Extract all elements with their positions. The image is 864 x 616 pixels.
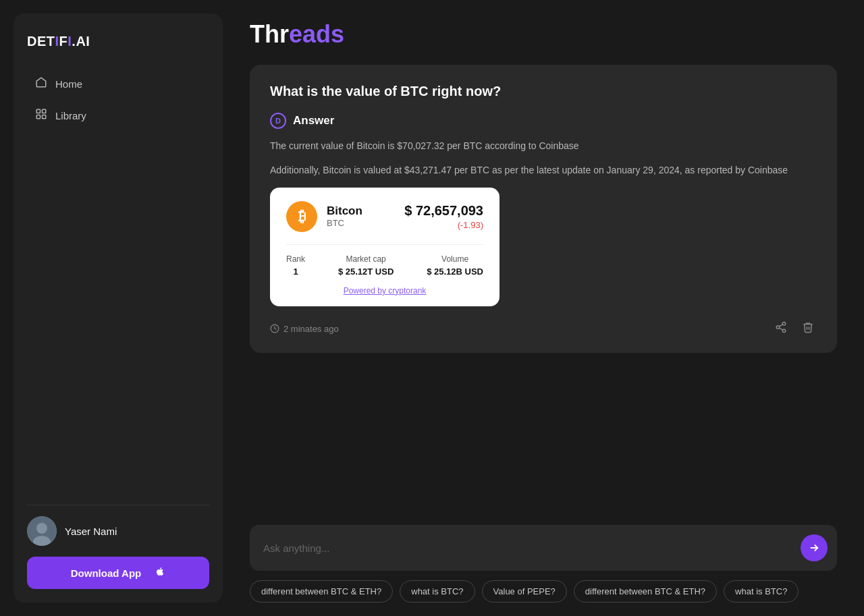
volume-value: $ 25.12B USD xyxy=(427,267,483,277)
answer-text-1: The current value of Bitcoin is $70,027.… xyxy=(270,138,817,153)
clock-icon xyxy=(270,324,279,333)
svg-point-8 xyxy=(782,322,786,325)
main-content: Threads What is the value of BTC right n… xyxy=(223,0,864,616)
input-bar xyxy=(250,525,837,571)
user-section: Yaser Nami xyxy=(27,505,209,546)
share-button[interactable] xyxy=(772,318,790,339)
page-title: Threads xyxy=(250,20,837,49)
send-icon xyxy=(808,542,820,554)
volume-label: Volume xyxy=(427,254,483,264)
svg-point-9 xyxy=(776,326,780,329)
avatar xyxy=(27,516,57,546)
btc-change: (-1.93) xyxy=(404,220,483,230)
download-label: Download App xyxy=(71,567,141,579)
sidebar-item-home[interactable]: Home xyxy=(27,69,209,99)
suggestion-chip-4[interactable]: what is BTC? xyxy=(724,580,799,603)
user-name: Yaser Nami xyxy=(65,526,117,537)
btc-stats: Rank 1 Market cap $ 25.12T USD Volume $ … xyxy=(286,254,483,277)
thread-timestamp: 2 minates ago xyxy=(270,324,339,334)
svg-rect-3 xyxy=(43,115,46,119)
title-normal: Thr xyxy=(250,20,289,48)
library-label: Library xyxy=(55,110,86,121)
svg-rect-2 xyxy=(36,115,40,119)
sidebar: DETIFI.AI Home Library xyxy=(14,13,223,603)
svg-point-10 xyxy=(782,329,786,333)
ask-input[interactable] xyxy=(263,542,801,554)
rank-value: 1 xyxy=(286,267,305,277)
btc-volume: Volume $ 25.12B USD xyxy=(427,254,483,277)
home-label: Home xyxy=(55,78,82,90)
answer-header: D Answer xyxy=(270,113,817,129)
android-icon xyxy=(155,566,165,580)
delete-button[interactable] xyxy=(799,318,817,339)
suggestion-chip-1[interactable]: what is BTC? xyxy=(400,580,475,603)
thread-footer: 2 minates ago xyxy=(270,318,817,339)
btc-price: $ 72,657,093 xyxy=(404,203,483,219)
suggestion-chips: different between BTC & ETH? what is BTC… xyxy=(250,580,837,603)
suggestion-chip-2[interactable]: Value of PEPE? xyxy=(482,580,567,603)
title-highlight: eads xyxy=(289,20,344,48)
marketcap-label: Market cap xyxy=(338,254,394,264)
btc-rank: Rank 1 xyxy=(286,254,305,277)
send-button[interactable] xyxy=(801,534,828,561)
answer-text-2: Additionally, Bitcoin is valued at $43,2… xyxy=(270,163,817,177)
svg-rect-0 xyxy=(36,109,40,113)
input-section: different between BTC & ETH? what is BTC… xyxy=(250,518,837,603)
home-icon xyxy=(35,76,47,92)
detifi-logo-icon: D xyxy=(270,113,286,129)
powered-by-link[interactable]: Powered by cryptorank xyxy=(286,286,483,296)
btc-marketcap: Market cap $ 25.12T USD xyxy=(338,254,394,277)
svg-point-5 xyxy=(36,523,47,534)
btc-name: Bitcon xyxy=(327,204,362,218)
thread-actions xyxy=(772,318,817,339)
marketcap-value: $ 25.12T USD xyxy=(338,267,394,277)
download-app-button[interactable]: Download App xyxy=(27,557,209,589)
thread-card: What is the value of BTC right now? D An… xyxy=(250,65,837,353)
suggestion-chip-0[interactable]: different between BTC & ETH? xyxy=(250,580,393,603)
btc-header: ₿ Bitcon BTC $ 72,657,093 (-1.93) xyxy=(286,201,483,232)
svg-rect-1 xyxy=(43,109,46,113)
time-text: 2 minates ago xyxy=(284,324,339,334)
answer-label: Answer xyxy=(293,114,334,128)
sidebar-item-library[interactable]: Library xyxy=(27,101,209,130)
btc-symbol: BTC xyxy=(327,218,362,228)
svg-line-11 xyxy=(779,328,782,330)
rank-label: Rank xyxy=(286,254,305,264)
library-icon xyxy=(35,108,47,123)
suggestion-chip-3[interactable]: different between BTC & ETH? xyxy=(574,580,717,603)
logo: DETIFI.AI xyxy=(27,34,209,49)
btc-price-card: ₿ Bitcon BTC $ 72,657,093 (-1.93) Rank 1… xyxy=(270,188,500,306)
btc-logo-icon: ₿ xyxy=(286,201,317,232)
thread-question: What is the value of BTC right now? xyxy=(270,84,817,99)
svg-line-12 xyxy=(779,325,782,327)
